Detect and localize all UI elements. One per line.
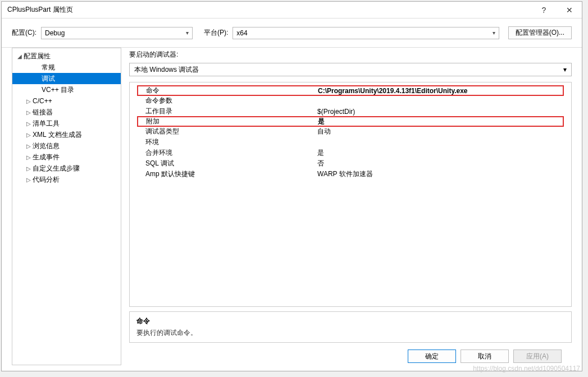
property-key: 合并环境 bbox=[138, 148, 317, 158]
tree-item[interactable]: ▷浏览信息 bbox=[12, 140, 121, 151]
cancel-button[interactable]: 取消 bbox=[461, 350, 509, 363]
property-key: Amp 默认快捷键 bbox=[138, 169, 317, 179]
tree-panel[interactable]: ◢配置属性常规调试VC++ 目录▷C/C++▷链接器▷清单工具▷XML 文档生成… bbox=[12, 48, 121, 365]
property-value[interactable]: 是 bbox=[317, 148, 563, 158]
tree-item-label: 自定义生成步骤 bbox=[33, 164, 80, 173]
property-value[interactable]: 否 bbox=[317, 159, 563, 168]
property-key: SQL 调试 bbox=[138, 159, 317, 168]
tree-item-label: XML 文档生成器 bbox=[33, 130, 82, 140]
description-title: 命令 bbox=[136, 316, 564, 326]
tree-item[interactable]: ▷C/C++ bbox=[12, 95, 121, 107]
property-row[interactable]: 合并环境是 bbox=[138, 148, 563, 158]
description-text: 要执行的调试命令。 bbox=[136, 328, 564, 338]
apply-button: 应用(A) bbox=[513, 350, 562, 363]
tree-item[interactable]: ▷生成事件 bbox=[12, 151, 121, 163]
description-box: 命令 要执行的调试命令。 bbox=[129, 311, 572, 343]
tree-item[interactable]: ▷自定义生成步骤 bbox=[12, 163, 121, 174]
property-value[interactable]: WARP 软件加速器 bbox=[317, 169, 563, 179]
property-row[interactable]: 环境 bbox=[138, 137, 563, 148]
property-row[interactable]: 调试器类型自动 bbox=[138, 126, 563, 137]
property-grid[interactable]: 命令C:\Programs\Unity\2019.4.13f1\Editor\U… bbox=[129, 82, 572, 307]
property-value[interactable]: 是 bbox=[318, 117, 563, 126]
tree-item[interactable]: ▷清单工具 bbox=[12, 118, 121, 129]
tree-item[interactable]: ◢配置属性 bbox=[12, 50, 121, 62]
tree-item-label: 代码分析 bbox=[33, 175, 60, 185]
chevron-down-icon: ▾ bbox=[186, 30, 189, 36]
property-key: 命令 bbox=[138, 86, 318, 95]
tree-item[interactable]: 常规 bbox=[12, 62, 121, 73]
config-row: 配置(C): Debug ▾ 平台(P): x64 ▾ 配置管理器(O)... bbox=[2, 19, 582, 47]
tree-item[interactable]: ▷XML 文档生成器 bbox=[12, 129, 121, 140]
property-row[interactable]: SQL 调试否 bbox=[138, 158, 563, 169]
tree-item-label: 生成事件 bbox=[33, 153, 60, 162]
tree-item-label: VC++ 目录 bbox=[42, 85, 74, 95]
titlebar-buttons: ? ✕ bbox=[531, 2, 582, 19]
property-row[interactable]: 附加是 bbox=[137, 116, 564, 127]
tree-item[interactable]: VC++ 目录 bbox=[12, 84, 121, 95]
close-button[interactable]: ✕ bbox=[557, 2, 582, 19]
window-title: CPlusPlusPart 属性页 bbox=[7, 5, 531, 15]
debugger-value: 本地 Windows 调试器 bbox=[134, 65, 199, 75]
right-panel: 要启动的调试器: 本地 Windows 调试器 ▾ 命令C:\Programs\… bbox=[127, 48, 582, 371]
chevron-down-icon: ▾ bbox=[563, 66, 567, 73]
property-row[interactable]: Amp 默认快捷键WARP 软件加速器 bbox=[138, 169, 563, 180]
config-label: 配置(C): bbox=[12, 28, 37, 38]
property-key: 工作目录 bbox=[138, 107, 317, 116]
tree-item-label: 配置属性 bbox=[24, 52, 51, 61]
expand-closed-icon: ▷ bbox=[25, 132, 33, 138]
expand-closed-icon: ▷ bbox=[25, 98, 33, 104]
tree-item[interactable]: ▷链接器 bbox=[12, 107, 121, 118]
expand-closed-icon: ▷ bbox=[25, 143, 33, 149]
property-page-window: CPlusPlusPart 属性页 ? ✕ 配置(C): Debug ▾ 平台(… bbox=[1, 1, 582, 371]
config-value: Debug bbox=[45, 29, 65, 37]
config-select[interactable]: Debug ▾ bbox=[41, 27, 193, 39]
ok-button[interactable]: 确定 bbox=[408, 350, 456, 363]
tree-item-label: 链接器 bbox=[33, 108, 53, 117]
chevron-down-icon: ▾ bbox=[493, 30, 495, 36]
property-row[interactable]: 工作目录$(ProjectDir) bbox=[138, 106, 563, 117]
help-button[interactable]: ? bbox=[531, 2, 557, 19]
property-key: 环境 bbox=[138, 137, 317, 147]
property-value[interactable]: C:\Programs\Unity\2019.4.13f1\Editor\Uni… bbox=[318, 87, 563, 95]
tree-item-label: 清单工具 bbox=[33, 119, 60, 128]
property-row[interactable]: 命令C:\Programs\Unity\2019.4.13f1\Editor\U… bbox=[137, 85, 564, 96]
property-value[interactable]: $(ProjectDir) bbox=[317, 108, 563, 116]
platform-value: x64 bbox=[236, 29, 247, 37]
expand-closed-icon: ▷ bbox=[25, 109, 33, 116]
property-key: 命令参数 bbox=[138, 96, 317, 105]
tree-item[interactable]: 调试 bbox=[12, 73, 121, 84]
platform-select[interactable]: x64 ▾ bbox=[233, 27, 499, 39]
expand-open-icon: ◢ bbox=[16, 53, 24, 59]
tree-item-label: 调试 bbox=[42, 74, 55, 84]
expand-closed-icon: ▷ bbox=[25, 154, 33, 160]
expand-closed-icon: ▷ bbox=[25, 165, 33, 172]
tree-item-label: 常规 bbox=[42, 63, 55, 72]
debugger-launch-label: 要启动的调试器: bbox=[129, 48, 572, 63]
config-manager-button[interactable]: 配置管理器(O)... bbox=[508, 26, 572, 39]
platform-label: 平台(P): bbox=[204, 28, 228, 38]
expand-closed-icon: ▷ bbox=[25, 177, 33, 183]
property-key: 调试器类型 bbox=[138, 127, 317, 136]
property-value[interactable]: 自动 bbox=[317, 127, 563, 136]
main-area: ◢配置属性常规调试VC++ 目录▷C/C++▷链接器▷清单工具▷XML 文档生成… bbox=[2, 47, 582, 371]
property-row[interactable]: 命令参数 bbox=[138, 95, 563, 106]
titlebar: CPlusPlusPart 属性页 ? ✕ bbox=[2, 2, 582, 19]
footer-buttons: 确定 取消 应用(A) bbox=[129, 343, 572, 371]
expand-closed-icon: ▷ bbox=[25, 121, 33, 127]
property-key: 附加 bbox=[138, 117, 318, 126]
debugger-select[interactable]: 本地 Windows 调试器 ▾ bbox=[129, 63, 572, 76]
tree-item[interactable]: ▷代码分析 bbox=[12, 174, 121, 185]
tree-item-label: 浏览信息 bbox=[33, 141, 60, 151]
tree-item-label: C/C++ bbox=[33, 97, 52, 105]
